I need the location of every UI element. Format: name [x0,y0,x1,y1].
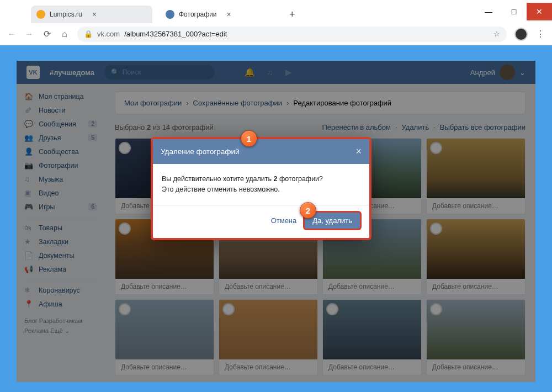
favicon-icon [36,10,45,19]
address-bar[interactable]: 🔒 vk.com/album432567381_000?act=edit ☆ [77,27,507,42]
tab-label: Lumpics.ru [50,10,82,18]
window-minimize-button[interactable]: — [476,3,501,20]
browser-toolbar: ← → ⟳ ⌂ 🔒 vk.com/album432567381_000?act=… [0,23,552,45]
annotation-badge-1: 1 [241,130,257,147]
tab-close-icon[interactable]: × [92,10,97,19]
lock-icon: 🔒 [84,30,93,38]
window-close-button[interactable]: ✕ [527,3,552,20]
star-icon[interactable]: ☆ [493,30,500,38]
modal-close-icon[interactable]: × [355,146,362,157]
delete-confirm-modal: Удаление фотографий × Вы действительно х… [151,137,371,240]
nav-home-icon[interactable]: ⌂ [60,29,70,39]
favicon-icon [166,10,174,19]
modal-title: Удаление фотографий [161,147,240,156]
new-tab-button[interactable]: + [289,9,295,20]
tab-close-icon[interactable]: × [227,10,231,19]
tab-label: Фотографии [179,10,217,18]
annotation-badge-2: 2 [300,202,316,219]
browser-tab-active[interactable]: Фотографии × [160,6,282,23]
url-path: /album432567381_000?act=edit [124,30,227,38]
nav-reload-icon[interactable]: ⟳ [42,29,52,39]
url-host: vk.com [97,30,120,38]
modal-body: Вы действительно хотите удалить 2 фотогр… [153,164,369,205]
cancel-button[interactable]: Отмена [271,216,297,225]
modal-header: Удаление фотографий × [153,139,369,164]
nav-forward-icon[interactable]: → [24,29,34,39]
browser-menu-icon[interactable]: ⋮ [535,29,545,39]
window-maximize-button[interactable]: □ [501,3,527,20]
modal-footer: Отмена Да, удалить [153,205,369,238]
browser-tab-lumpics[interactable]: Lumpics.ru × [31,6,152,23]
profile-avatar[interactable] [514,28,528,41]
nav-back-icon[interactable]: ← [7,29,17,39]
